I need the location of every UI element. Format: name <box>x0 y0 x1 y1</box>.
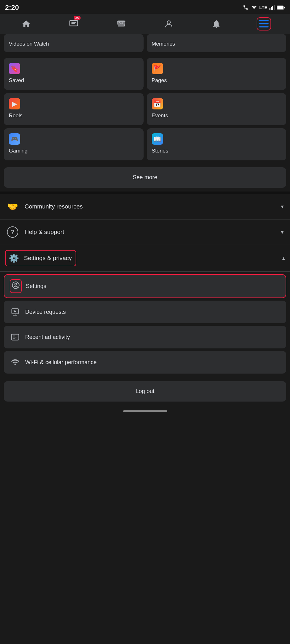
events-label: Events <box>152 113 281 119</box>
community-resources-item[interactable]: 🤝 Community resources ▾ <box>0 194 290 219</box>
logout-section: Log out <box>0 377 290 405</box>
device-svg-icon <box>11 308 20 316</box>
bell-icon <box>212 19 221 29</box>
stories-label: Stories <box>152 148 281 154</box>
help-icon: ? <box>6 226 19 238</box>
gaming-item[interactable]: 🎮 Gaming <box>4 128 144 160</box>
pages-label: Pages <box>152 77 281 84</box>
svg-rect-10 <box>259 23 269 24</box>
signal-icon <box>269 5 275 10</box>
reels-icon: ▶ <box>9 98 20 109</box>
phone-icon <box>242 5 249 10</box>
svg-point-8 <box>167 21 170 24</box>
svg-rect-2 <box>272 6 273 10</box>
menu-button[interactable] <box>257 17 271 31</box>
nav-menu[interactable] <box>240 14 287 34</box>
settings-sub-items: Settings Device requests <box>0 272 290 376</box>
nav-profile[interactable] <box>145 14 192 34</box>
svg-point-13 <box>15 283 17 286</box>
settings-person-icon <box>10 280 21 292</box>
settings-label: Settings <box>26 283 46 290</box>
saved-label: Saved <box>9 77 139 84</box>
grid-row-2: ▶ Reels 📅 Events <box>4 93 286 125</box>
community-chevron: ▾ <box>281 203 284 210</box>
help-circle-icon: ? <box>7 226 18 238</box>
nav-home[interactable] <box>3 14 50 34</box>
community-label: Community resources <box>25 203 275 210</box>
profile-icon <box>164 19 173 29</box>
videos-on-watch-label: Videos on Watch <box>9 41 49 47</box>
status-icons: LTE <box>242 5 285 10</box>
nav-marketplace[interactable] <box>98 14 145 34</box>
battery-icon <box>277 5 285 10</box>
device-requests-label: Device requests <box>25 309 66 315</box>
settings-privacy-label: Settings & privacy <box>24 255 72 262</box>
notification-badge: 35 <box>74 16 81 20</box>
hamburger-icon <box>259 19 269 29</box>
pages-icon: 🚩 <box>152 63 163 74</box>
svg-rect-3 <box>274 5 275 10</box>
settings-privacy-item[interactable]: ⚙️ Settings & privacy ▴ <box>0 245 290 272</box>
top-partial-row: Videos on Watch Memories <box>0 34 290 52</box>
saved-item[interactable]: 🔖 Saved <box>4 58 144 90</box>
wifi-icon <box>9 357 21 368</box>
videos-on-watch-item[interactable]: Videos on Watch <box>4 34 144 52</box>
community-icon: 🤝 <box>6 200 19 213</box>
svg-rect-1 <box>271 7 272 10</box>
nav-bell[interactable] <box>192 14 240 34</box>
memories-item[interactable]: Memories <box>147 34 287 52</box>
home-bar <box>123 410 167 412</box>
person-circle-icon <box>12 281 20 289</box>
ad-icon <box>9 331 21 343</box>
marketplace-icon <box>117 19 126 29</box>
stories-item[interactable]: 📖 Stories <box>147 128 287 160</box>
wifi-status-icon <box>251 5 258 10</box>
reels-label: Reels <box>9 113 139 119</box>
gaming-icon: 🎮 <box>9 133 20 145</box>
wifi-svg-icon <box>11 358 20 367</box>
home-icon <box>21 19 31 29</box>
device-requests-item[interactable]: Device requests <box>4 301 286 323</box>
saved-icon: 🔖 <box>9 63 20 74</box>
recent-ad-item[interactable]: Recent ad activity <box>4 326 286 348</box>
memories-label: Memories <box>152 41 175 47</box>
gaming-label: Gaming <box>9 148 139 154</box>
feed-icon <box>69 19 78 29</box>
svg-rect-0 <box>270 8 270 10</box>
svg-rect-7 <box>70 20 78 26</box>
reels-item[interactable]: ▶ Reels <box>4 93 144 125</box>
svg-rect-9 <box>259 20 269 21</box>
main-content: Videos on Watch Memories 🔖 Saved 🚩 Pages… <box>0 34 290 414</box>
help-support-item[interactable]: ? Help & support ▾ <box>0 219 290 245</box>
wifi-item[interactable]: Wi-Fi & cellular performance <box>4 351 286 374</box>
recent-ad-label: Recent ad activity <box>25 334 70 341</box>
status-bar: 2:20 LTE <box>0 0 290 14</box>
wifi-label: Wi-Fi & cellular performance <box>25 359 97 366</box>
device-icon <box>9 306 21 318</box>
see-more-button[interactable]: See more <box>4 167 286 188</box>
lte-label: LTE <box>259 5 267 10</box>
pages-item[interactable]: 🚩 Pages <box>147 58 287 90</box>
svg-rect-5 <box>277 6 283 9</box>
events-item[interactable]: 📅 Events <box>147 93 287 125</box>
help-chevron: ▾ <box>281 229 284 236</box>
settings-privacy-chevron: ▴ <box>282 255 285 262</box>
svg-rect-14 <box>12 309 19 314</box>
home-indicator <box>0 405 290 414</box>
grid-row-1: 🔖 Saved 🚩 Pages <box>4 58 286 90</box>
grid-row-3: 🎮 Gaming 📖 Stories <box>4 128 286 160</box>
events-icon: 📅 <box>152 98 163 109</box>
settings-gear-icon: ⚙️ <box>8 253 20 264</box>
stories-icon: 📖 <box>152 133 163 145</box>
ad-svg-icon <box>11 333 20 341</box>
section-divider <box>0 192 290 194</box>
settings-item[interactable]: Settings <box>4 274 286 298</box>
settings-privacy-highlight: ⚙️ Settings & privacy <box>5 250 76 266</box>
nav-feed[interactable]: 35 <box>50 14 98 34</box>
nav-bar: 35 <box>0 14 290 34</box>
status-time: 2:20 <box>5 3 19 12</box>
logout-button[interactable]: Log out <box>4 381 286 402</box>
list-section: 🤝 Community resources ▾ ? Help & support… <box>0 194 290 376</box>
svg-rect-6 <box>284 7 285 8</box>
help-label: Help & support <box>25 229 275 236</box>
